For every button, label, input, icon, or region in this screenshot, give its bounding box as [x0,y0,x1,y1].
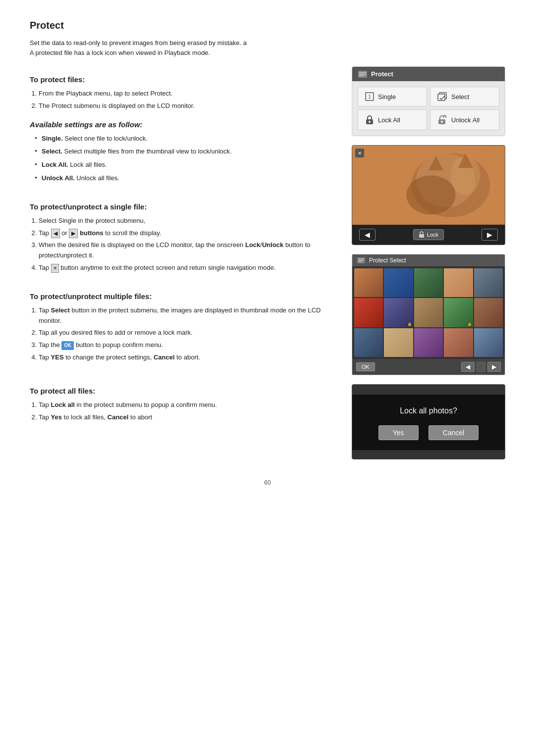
settings-item: Select. Select multiple files from the t… [35,147,337,157]
lock-all-menu-item[interactable]: Lock All [358,109,427,130]
thumbnail[interactable] [354,298,383,327]
camera-preview-panel: ✕ ◀ [352,145,505,245]
cat-image [352,146,505,225]
thumbnail[interactable] [354,268,383,297]
step: Select Single in the protect submenu, [39,216,337,226]
thumbnail[interactable] [384,268,413,297]
thumbnail[interactable] [474,328,503,357]
dialog-top-bar [352,385,505,395]
step: Tap Yes to lock all files, Cancel to abo… [39,412,337,423]
thumbnail[interactable] [444,268,473,297]
settings-list: Single. Select one file to lock/unlock. … [35,134,337,184]
svg-rect-21 [358,258,364,259]
svg-rect-22 [358,260,364,261]
unlock-all-icon [437,115,447,125]
ps-prev-button[interactable]: ◀ [461,362,475,372]
ps-separator [477,362,485,372]
step: Tap ✕ button anytime to exit the protect… [39,263,337,273]
thumbnail[interactable] [474,268,503,297]
svg-text:1: 1 [368,94,371,100]
left-column: To protect files: From the Playback menu… [30,66,337,427]
lock-label: Lock [427,232,438,238]
settings-item: Unlock All. Unlock all files. [35,173,337,184]
step: Tap all you desired files to add or remo… [39,328,337,338]
step: Tap the OK button to popup confirm menu. [39,340,337,351]
step: From the Playback menu, tap to select Pr… [39,89,337,99]
thumbnail[interactable]: 🔒 [384,298,413,327]
protect-menu-grid: 1 Single Select [352,81,505,136]
thumbnail[interactable] [414,328,443,357]
prev-button[interactable]: ◀ [359,229,375,241]
single-label: Single [378,93,396,101]
single-icon: 1 [365,92,374,101]
camera-image: ✕ [352,146,505,225]
step: Tap Select button in the protect submenu… [39,305,337,326]
camera-controls: ◀ Lock ▶ [352,225,505,245]
step: Tap ◀ or ▶ buttons to scroll the display… [39,228,337,239]
nav-buttons: ◀ ▶ [461,362,501,372]
step: Tap Lock all in the protect submenu to p… [39,400,337,410]
svg-point-9 [369,121,371,123]
page-title: Protect [30,20,505,31]
svg-rect-19 [419,234,424,238]
menu-icon [358,71,367,78]
svg-rect-1 [359,72,366,73]
thumbnail[interactable] [474,298,503,327]
dialog-text: Lock all photos? [400,406,457,415]
available-settings-title: Available settings are as follow: [30,120,337,129]
dialog-buttons: Yes Cancel [378,425,479,440]
all-files-title: To protect all files: [30,387,337,395]
svg-rect-23 [358,261,362,262]
single-file-title: To protect/unprotect a single file: [30,202,337,211]
protect-files-steps: From the Playback menu, tap to select Pr… [39,89,337,111]
protect-select-title: Protect Select [369,257,406,264]
yes-button[interactable]: Yes [378,425,419,440]
thumbnail[interactable] [444,328,473,357]
select-label: Select [451,93,469,101]
protect-files-title: To protect files: [30,75,337,84]
svg-point-15 [406,175,455,214]
ok-button[interactable]: OK [356,362,375,371]
protect-select-controls: OK ◀ ▶ [352,359,505,375]
protect-menu-panel: Protect 1 Single Select [352,66,505,136]
lock-all-dialog: Lock all photos? Yes Cancel [352,384,505,459]
lock-all-label: Lock All [378,116,400,124]
lock-button[interactable]: Lock [413,229,444,240]
step: Tap YES to change the protect settings, … [39,353,337,363]
next-button[interactable]: ▶ [482,229,498,241]
lock-icon [419,231,425,238]
thumbnail[interactable] [384,328,413,357]
step: The Protect submenu is displayed on the … [39,101,337,111]
protect-select-header: Protect Select [352,254,505,266]
protect-menu-title: Protect [371,70,393,78]
exit-button[interactable]: ✕ [355,149,364,157]
unlock-all-label: Unlock All [451,116,480,124]
single-menu-item[interactable]: 1 Single [358,87,427,106]
cancel-button[interactable]: Cancel [428,425,479,440]
thumbnail[interactable] [414,268,443,297]
select-icon [437,92,447,101]
svg-rect-3 [359,75,364,76]
thumbnail[interactable]: 🔒 [444,298,473,327]
lock-all-icon [365,115,374,125]
protect-menu-header: Protect [352,67,505,81]
thumbnail[interactable] [414,298,443,327]
ps-next-button[interactable]: ▶ [487,362,501,372]
right-column: Protect 1 Single Select [352,66,505,459]
page-number: 60 [30,479,505,486]
unlock-all-menu-item[interactable]: Unlock All [430,109,499,130]
thumbnail-grid: 🔒 🔒 [352,266,505,359]
svg-point-11 [441,121,443,123]
dialog-bottom-bar [352,450,505,459]
dialog-content: Lock all photos? Yes Cancel [352,395,505,450]
select-menu-item[interactable]: Select [430,87,499,106]
step: When the desired file is displayed on th… [39,240,337,261]
protect-select-panel: Protect Select 🔒 🔒 [352,254,505,375]
menu-icon-small [357,257,365,263]
all-files-steps: Tap Lock all in the protect submenu to p… [39,400,337,423]
intro-text: Set the data to read-only to prevent ima… [30,38,505,57]
settings-item: Lock All. Lock all files. [35,160,337,170]
multiple-files-title: To protect/unprotect multiple files: [30,292,337,301]
thumbnail[interactable] [354,328,383,357]
multiple-files-steps: Tap Select button in the protect submenu… [39,305,337,363]
